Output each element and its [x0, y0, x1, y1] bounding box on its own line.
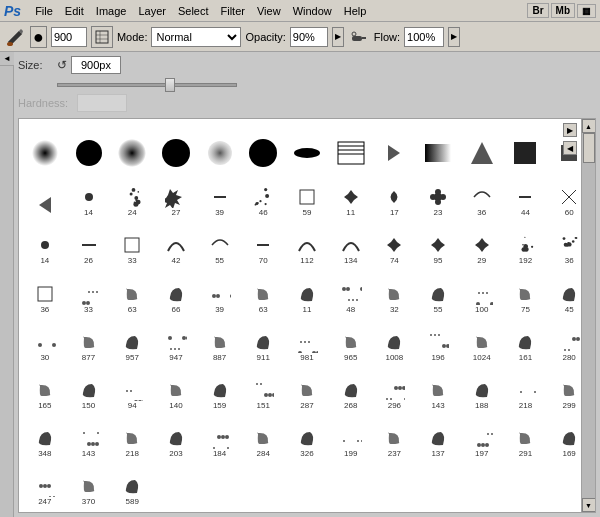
brush-cell[interactable]: 26 — [67, 219, 111, 267]
brush-cell[interactable]: 95 — [416, 219, 460, 267]
brush-cell[interactable]: 46 — [241, 171, 285, 219]
brush-cell[interactable]: 39 — [198, 171, 242, 219]
menu-edit[interactable]: Edit — [59, 3, 90, 19]
tool-settings-button[interactable] — [91, 26, 113, 48]
brush-cell[interactable] — [67, 123, 111, 171]
size-input[interactable] — [71, 56, 121, 74]
brush-cell[interactable]: 1024 — [460, 316, 504, 364]
brush-cell[interactable]: 36 — [460, 171, 504, 219]
brush-cell[interactable]: 184 — [198, 412, 242, 460]
brush-cell[interactable]: 55 — [416, 267, 460, 315]
scroll-down-button[interactable]: ▼ — [582, 498, 596, 512]
brush-cell[interactable]: 188 — [460, 364, 504, 412]
brush-cell[interactable]: 11 — [329, 171, 373, 219]
brush-cell[interactable]: 218 — [504, 364, 548, 412]
brush-cell[interactable]: 112 — [285, 219, 329, 267]
brush-cell[interactable]: 48 — [329, 267, 373, 315]
refresh-icon[interactable]: ↺ — [57, 58, 67, 72]
brush-cell[interactable]: 23 — [416, 171, 460, 219]
brush-cell[interactable]: 199 — [329, 412, 373, 460]
brush-cell[interactable]: 203 — [154, 412, 198, 460]
brush-cell[interactable] — [241, 123, 285, 171]
brush-tool-icon[interactable] — [4, 26, 26, 48]
brush-cell[interactable]: 911 — [241, 316, 285, 364]
hardness-input[interactable] — [77, 94, 127, 112]
scroll-bar[interactable]: ▲ ▼ — [581, 119, 595, 512]
brush-cell[interactable]: 94 — [110, 364, 154, 412]
brush-cell[interactable] — [504, 123, 548, 171]
brush-cell[interactable]: 947 — [154, 316, 198, 364]
menu-filter[interactable]: Filter — [215, 3, 251, 19]
brush-cell[interactable]: 965 — [329, 316, 373, 364]
brush-cell[interactable] — [416, 123, 460, 171]
opacity-arrow[interactable]: ▶ — [332, 27, 344, 47]
menu-view[interactable]: View — [251, 3, 287, 19]
brush-cell[interactable]: 877 — [67, 316, 111, 364]
brush-cell[interactable]: 63 — [241, 267, 285, 315]
brush-cell[interactable]: 957 — [110, 316, 154, 364]
brush-cell[interactable]: 192 — [504, 219, 548, 267]
brush-cell[interactable] — [285, 123, 329, 171]
brush-cell[interactable]: 218 — [110, 412, 154, 460]
brush-cell[interactable] — [329, 123, 373, 171]
menu-image[interactable]: Image — [90, 3, 133, 19]
brush-cell[interactable] — [23, 171, 67, 219]
menu-select[interactable]: Select — [172, 3, 215, 19]
brush-cell[interactable] — [154, 123, 198, 171]
brush-cell[interactable]: 140 — [154, 364, 198, 412]
brush-cell[interactable]: 24 — [110, 171, 154, 219]
menu-layer[interactable]: Layer — [132, 3, 172, 19]
brush-cell[interactable] — [373, 123, 417, 171]
brush-cell[interactable]: 14 — [67, 171, 111, 219]
brush-cell[interactable]: 30 — [23, 316, 67, 364]
menu-help[interactable]: Help — [338, 3, 373, 19]
brush-cell[interactable]: 100 — [460, 267, 504, 315]
brush-cell[interactable]: 237 — [373, 412, 417, 460]
brush-cell[interactable]: 165 — [23, 364, 67, 412]
brush-cell[interactable]: 39 — [198, 267, 242, 315]
brush-cell[interactable]: 150 — [67, 364, 111, 412]
brush-cell[interactable]: 143 — [416, 364, 460, 412]
brush-cell[interactable] — [198, 123, 242, 171]
brush-cell[interactable]: 70 — [241, 219, 285, 267]
brush-cell[interactable]: 981 — [285, 316, 329, 364]
brush-cell[interactable] — [460, 123, 504, 171]
brush-cell[interactable]: 247 — [23, 460, 67, 508]
size-slider[interactable] — [57, 78, 237, 92]
brush-cell[interactable]: 55 — [198, 219, 242, 267]
brush-cell[interactable]: 370 — [67, 460, 111, 508]
menu-window[interactable]: Window — [287, 3, 338, 19]
brush-cell[interactable]: 326 — [285, 412, 329, 460]
brush-cell[interactable]: 63 — [110, 267, 154, 315]
brush-cell[interactable]: 268 — [329, 364, 373, 412]
menu-file[interactable]: File — [29, 3, 59, 19]
airbrush-icon[interactable] — [348, 26, 370, 48]
brush-cell[interactable]: 348 — [23, 412, 67, 460]
brush-cell[interactable]: 32 — [373, 267, 417, 315]
brush-cell[interactable]: 27 — [154, 171, 198, 219]
brush-cell[interactable]: 197 — [460, 412, 504, 460]
brush-cell[interactable]: 14 — [23, 219, 67, 267]
brush-cell[interactable]: 74 — [373, 219, 417, 267]
brush-cell[interactable]: 29 — [460, 219, 504, 267]
panel-collapse-arrow[interactable]: ◀ — [563, 141, 577, 155]
scroll-thumb[interactable] — [583, 133, 595, 163]
brush-cell[interactable]: 161 — [504, 316, 548, 364]
brush-cell[interactable]: 151 — [241, 364, 285, 412]
brush-cell[interactable]: 36 — [23, 267, 67, 315]
panel-expand-arrow[interactable]: ▶ — [563, 123, 577, 137]
brush-cell[interactable]: 291 — [504, 412, 548, 460]
brush-cell[interactable]: 887 — [198, 316, 242, 364]
brush-cell[interactable]: 143 — [67, 412, 111, 460]
br-button[interactable]: Br — [527, 3, 548, 18]
brush-cell[interactable]: 196 — [416, 316, 460, 364]
brush-cell[interactable]: 137 — [416, 412, 460, 460]
brush-cell[interactable] — [23, 123, 67, 171]
left-collapse-btn[interactable]: ◄ — [0, 52, 14, 66]
brush-cell[interactable]: 59 — [285, 171, 329, 219]
extra-button[interactable]: ▦ — [577, 4, 596, 18]
brush-cell[interactable]: 11 — [285, 267, 329, 315]
brush-cell[interactable]: 284 — [241, 412, 285, 460]
slider-thumb[interactable] — [165, 78, 175, 92]
brush-cell[interactable]: 66 — [154, 267, 198, 315]
